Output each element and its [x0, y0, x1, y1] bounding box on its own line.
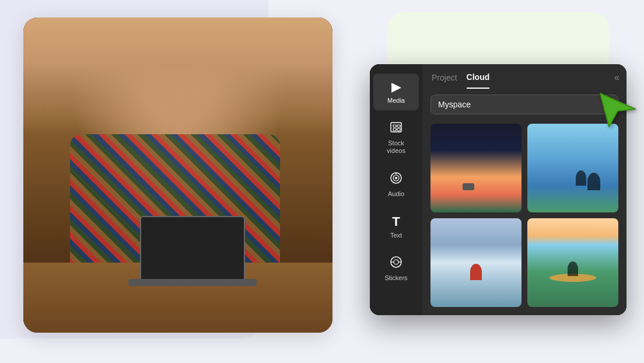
media-icon: ▶: [391, 79, 401, 95]
dropdown-selected-label: Myspace: [438, 100, 471, 109]
tabs-header: Project Cloud «: [422, 64, 626, 89]
svg-rect-4: [397, 128, 400, 131]
sidebar-item-media-label: Media: [387, 97, 405, 104]
sidebar-item-audio-label: Audio: [388, 190, 404, 198]
svg-marker-13: [600, 93, 635, 127]
svg-point-10: [394, 260, 398, 264]
person-silhouette-2: [576, 170, 586, 186]
person-silhouette-4: [568, 261, 578, 276]
media-thumbnail-3[interactable]: [430, 218, 522, 307]
dropdown-area: Myspace ∨: [422, 89, 626, 120]
laptop-screen: [140, 216, 245, 280]
laptop-base: [128, 279, 257, 286]
audio-icon: [390, 172, 402, 188]
text-icon: T: [392, 214, 400, 229]
sidebar-item-stock-videos-label: Stock videos: [378, 139, 414, 155]
cloud-source-dropdown[interactable]: Myspace ∨: [430, 95, 618, 114]
sidebar-item-text-label: Text: [390, 232, 402, 239]
media-thumbnail-1[interactable]: [430, 124, 522, 212]
tab-cloud[interactable]: Cloud: [467, 72, 490, 89]
person-silhouette-3: [470, 264, 482, 280]
tab-project[interactable]: Project: [432, 73, 457, 88]
svg-point-7: [395, 177, 397, 179]
content-area: Project Cloud « Myspace ∨: [422, 64, 626, 315]
stickers-icon: [390, 256, 402, 272]
sidebar-item-stock-videos[interactable]: Stock videos: [373, 115, 419, 160]
media-grid: [422, 120, 626, 315]
sidebar-item-stickers-label: Stickers: [384, 274, 407, 282]
media-thumbnail-4[interactable]: [527, 218, 618, 307]
person-silhouette-1: [587, 173, 600, 190]
photo-card: [23, 18, 332, 333]
sidebar-item-text[interactable]: T Text: [373, 208, 419, 245]
sidebar-item-audio[interactable]: Audio: [373, 166, 419, 204]
svg-rect-3: [393, 128, 396, 131]
media-thumbnail-2[interactable]: [527, 124, 618, 212]
person-head: [23, 18, 332, 134]
ui-panel: ▶ Media Stock videos: [370, 64, 626, 315]
sidebar-item-media[interactable]: ▶ Media: [373, 74, 419, 110]
svg-rect-1: [393, 125, 396, 127]
sidebar: ▶ Media Stock videos: [370, 64, 422, 315]
collapse-button[interactable]: «: [614, 72, 620, 83]
sidebar-item-stickers[interactable]: Stickers: [373, 250, 419, 288]
stock-videos-icon: [390, 121, 402, 137]
svg-rect-2: [397, 125, 400, 127]
